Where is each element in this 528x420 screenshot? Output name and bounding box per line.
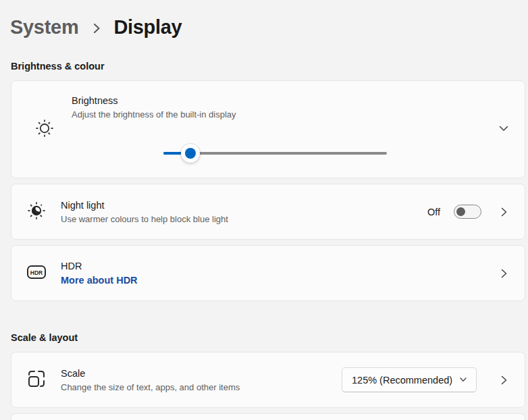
scale-dropdown[interactable]: 125% (Recommended) [342, 367, 477, 392]
brightness-slider-thumb[interactable] [181, 144, 200, 163]
night-light-subtitle: Use warmer colours to help block blue li… [61, 214, 421, 224]
breadcrumb-chevron-icon [91, 20, 102, 37]
brightness-subtitle: Adjust the brightness of the built-in di… [72, 109, 236, 120]
scale-dropdown-value: 125% (Recommended) [352, 375, 452, 386]
night-light-toggle-label: Off [427, 207, 440, 217]
brightness-slider[interactable] [163, 144, 387, 163]
hdr-more-link[interactable]: More about HDR [61, 275, 492, 286]
hdr-title: HDR [61, 261, 492, 271]
chevron-down-icon[interactable] [498, 123, 509, 136]
hdr-badge-icon: HDR [26, 264, 47, 283]
scale-subtitle: Change the size of text, apps, and other… [61, 382, 335, 392]
scale-card[interactable]: Scale Change the size of text, apps, and… [11, 352, 525, 408]
brightness-slider-thumb-dot [185, 148, 196, 159]
hdr-card[interactable]: HDR HDR More about HDR [11, 245, 525, 301]
section-title-scale-layout: Scale & layout [11, 332, 528, 343]
brightness-text-block: Brightness Adjust the brightness of the … [72, 95, 236, 120]
section-title-brightness-colour: Brightness & colour [11, 61, 528, 72]
svg-text:HDR: HDR [30, 269, 42, 275]
scale-title: Scale [61, 368, 335, 379]
breadcrumb-display: Display [113, 16, 182, 38]
night-light-title: Night light [61, 200, 421, 211]
chevron-right-icon[interactable] [499, 207, 508, 217]
brightness-title: Brightness [72, 95, 236, 106]
scale-icon-col [11, 369, 61, 391]
brightness-card[interactable]: Brightness Adjust the brightness of the … [11, 80, 525, 178]
hdr-text-block: HDR More about HDR [61, 261, 499, 286]
chevron-down-icon [459, 375, 467, 386]
night-light-card[interactable]: Night light Use warmer colours to help b… [11, 184, 525, 240]
breadcrumb: System Display [0, 0, 528, 42]
night-light-text-block: Night light Use warmer colours to help b… [61, 200, 427, 224]
chevron-right-icon[interactable] [499, 375, 508, 386]
scale-text-block: Scale Change the size of text, apps, and… [61, 368, 342, 392]
chevron-right-icon[interactable] [499, 268, 508, 279]
next-card-partial[interactable] [11, 413, 525, 420]
scale-resize-icon [27, 369, 46, 391]
night-light-toggle[interactable] [454, 205, 481, 219]
brightness-card-header: Brightness Adjust the brightness of the … [11, 81, 525, 178]
cards-brightness-colour: Brightness Adjust the brightness of the … [11, 80, 525, 301]
brightness-sun-icon [34, 118, 55, 141]
hdr-icon-col: HDR [11, 264, 61, 283]
night-light-toggle-knob [456, 207, 465, 216]
cards-scale-layout: Scale Change the size of text, apps, and… [11, 352, 525, 420]
breadcrumb-system[interactable]: System [10, 16, 78, 38]
night-light-icon [26, 201, 47, 224]
night-light-icon-col [11, 201, 61, 224]
